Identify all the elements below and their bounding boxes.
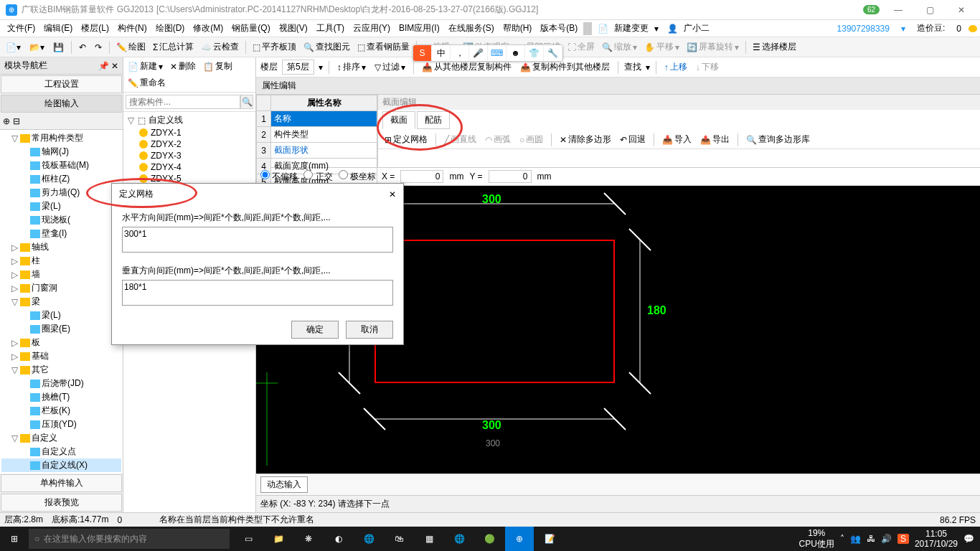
copy-from-button[interactable]: 📥从其他楼层复制构件	[420, 60, 514, 74]
tree-node[interactable]: 挑檐(T)	[1, 390, 121, 404]
menu-help[interactable]: 帮助(H)	[499, 21, 537, 36]
component-item[interactable]: ZDYX-3	[125, 150, 254, 161]
tree-node[interactable]: 圈梁(E)	[1, 322, 121, 336]
search-button[interactable]: 🔍	[240, 95, 253, 109]
copy-comp-button[interactable]: 📋复制	[201, 60, 235, 73]
app3-icon[interactable]: ▦	[415, 527, 443, 551]
opt-no-offset[interactable]: 不偏移	[260, 170, 298, 183]
menu-bim[interactable]: BIM应用(I)	[395, 21, 444, 36]
nav-tool-collapse-icon[interactable]: ⊟	[13, 116, 20, 126]
comp-root[interactable]: ▽⬚ 自定义线	[125, 113, 254, 127]
tray-net-icon[interactable]: 🖧	[867, 534, 875, 544]
tree-node[interactable]: ▷ 墙	[1, 268, 121, 281]
component-item[interactable]: ZDYX-2	[125, 138, 254, 150]
tree-node[interactable]: 栏板(K)	[1, 404, 121, 418]
tree-node[interactable]: ▷ 轴线	[1, 240, 121, 254]
find-element-button[interactable]: 🔍查找图元	[301, 40, 352, 54]
tree-node[interactable]: 筏板基础(M)	[1, 159, 121, 172]
tree-node[interactable]: 梁(L)	[1, 309, 121, 322]
new-file-icon[interactable]: 📄▾	[3, 41, 24, 54]
rename-comp-button[interactable]: ✏️重命名	[126, 76, 168, 90]
pin-icon[interactable]: 📌 ✕	[98, 61, 118, 71]
menu-view[interactable]: 视图(V)	[275, 21, 312, 36]
draw-arc-button[interactable]: ◠画弧	[483, 133, 513, 146]
draw-input-button[interactable]: 绘图输入	[1, 95, 122, 113]
dialog-close-icon[interactable]: ✕	[389, 189, 396, 199]
ime-face-icon[interactable]: ☻	[507, 45, 525, 61]
menu-draw[interactable]: 绘图(D)	[151, 21, 189, 36]
prop-row[interactable]: 2构件类型	[257, 127, 377, 143]
ie-icon[interactable]: 🌐	[445, 527, 473, 551]
save-icon[interactable]: 💾	[50, 41, 67, 54]
tree-node[interactable]: ▷ 基础	[1, 349, 121, 363]
draw-circle-button[interactable]: ○画圆	[517, 133, 545, 146]
define-grid-button[interactable]: ⊞定义网格	[382, 133, 430, 146]
taskbar-search[interactable]: ○ 在这里输入你要搜索的内容	[29, 529, 230, 549]
menu-version[interactable]: 版本号(B)	[536, 21, 582, 36]
export-button[interactable]: 📤导出	[698, 133, 732, 146]
tree-node[interactable]: 壁龛(I)	[1, 227, 121, 240]
rotate-screen-button[interactable]: 🔄屏幕旋转▾	[684, 40, 741, 54]
tab-section[interactable]: 截面	[382, 111, 415, 129]
app2-icon[interactable]: ◐	[324, 527, 353, 551]
copy-to-button[interactable]: 📤复制构件到其他楼层	[518, 60, 612, 74]
opt-ortho[interactable]: 正交	[303, 170, 332, 183]
tree-node[interactable]: ▽ 常用构件类型	[1, 131, 121, 145]
new-comp-button[interactable]: 📄新建▾	[126, 60, 165, 73]
menu-edit[interactable]: 编辑(E)	[39, 21, 77, 36]
explorer-icon[interactable]: 📁	[264, 527, 293, 551]
zoom-button[interactable]: 🔍缩放▾	[600, 40, 639, 54]
dynamic-input-button[interactable]: 动态输入	[260, 476, 308, 493]
component-item[interactable]: ZDYX-1	[125, 127, 254, 138]
pan-button[interactable]: ✋平移▾	[642, 40, 682, 54]
project-settings-button[interactable]: 工程设置	[1, 75, 122, 93]
component-item[interactable]: ZDYX-4	[125, 161, 254, 173]
ime-tool-icon[interactable]: 🔧	[544, 45, 562, 61]
tree-node[interactable]: ▷ 柱	[1, 254, 121, 268]
app1-icon[interactable]: ❋	[294, 527, 323, 551]
notification-badge[interactable]: 62	[863, 5, 880, 14]
sort-button[interactable]: ↕排序▾	[335, 60, 368, 74]
tree-node[interactable]: ▷ 板	[1, 336, 121, 349]
tray-people-icon[interactable]: 👥	[850, 534, 861, 544]
find-label[interactable]: 查找	[624, 61, 641, 73]
tree-node[interactable]: 压顶(YD)	[1, 418, 121, 431]
undo-icon[interactable]: ↶	[76, 41, 89, 54]
undo-button[interactable]: ↶回退	[618, 133, 648, 146]
ime-punct[interactable]: ，	[451, 45, 469, 61]
tree-node[interactable]: ▷ 门窗洞	[1, 281, 121, 295]
draw-line-button[interactable]: ╱画直线	[442, 133, 479, 146]
menu-rebar[interactable]: 钢筋量(Q)	[227, 21, 274, 36]
y-input[interactable]	[489, 170, 532, 183]
tree-node[interactable]: 自定义面	[1, 472, 121, 474]
tree-node[interactable]: 现浇板(	[1, 213, 121, 227]
maximize-button[interactable]: ▢	[917, 3, 943, 17]
calc-button[interactable]: Σ 汇总计算	[151, 40, 196, 54]
app6-icon[interactable]: 📝	[535, 527, 564, 551]
nav-tree[interactable]: ▽ 常用构件类型 轴网(J) 筏板基础(M) 框柱(Z) 剪力墙(Q) 梁(L)…	[0, 130, 123, 474]
open-icon[interactable]: 📂▾	[27, 41, 47, 54]
x-input[interactable]	[400, 170, 443, 183]
app5-icon[interactable]: ⊕	[505, 527, 534, 551]
prop-row[interactable]: 3截面形状	[257, 143, 377, 159]
v-spacing-input[interactable]	[122, 280, 393, 306]
redo-icon[interactable]: ↷	[92, 41, 105, 54]
tree-node[interactable]: ▽ 自定义	[1, 431, 121, 445]
move-down-button[interactable]: ↓下移	[694, 60, 721, 74]
tree-node[interactable]: 剪力墙(Q)	[1, 186, 121, 199]
menu-component[interactable]: 构件(N)	[113, 21, 151, 36]
align-top-button[interactable]: ⬚平齐板顶	[250, 40, 298, 54]
phone-number[interactable]: 13907298339	[833, 22, 894, 35]
fullscreen-button[interactable]: ⛶全屏	[565, 40, 597, 54]
single-input-button[interactable]: 单构件输入	[1, 474, 122, 492]
draw-button[interactable]: ✏️绘图	[114, 40, 148, 54]
ime-mic-icon[interactable]: 🎤	[469, 45, 488, 61]
tray-vol-icon[interactable]: 🔊	[881, 534, 892, 544]
select-floor-button[interactable]: ☰选择楼层	[750, 40, 798, 54]
move-up-button[interactable]: ↑上移	[662, 60, 689, 74]
ime-keyboard-icon[interactable]: ⌨	[488, 45, 507, 61]
clear-poly-button[interactable]: ✕清除多边形	[557, 133, 613, 146]
search-input[interactable]	[126, 95, 240, 109]
menu-file[interactable]: 文件(F)	[3, 21, 39, 36]
ime-floatbar[interactable]: S 中 ， 🎤 ⌨ ☻ 👕 🔧	[413, 44, 563, 62]
